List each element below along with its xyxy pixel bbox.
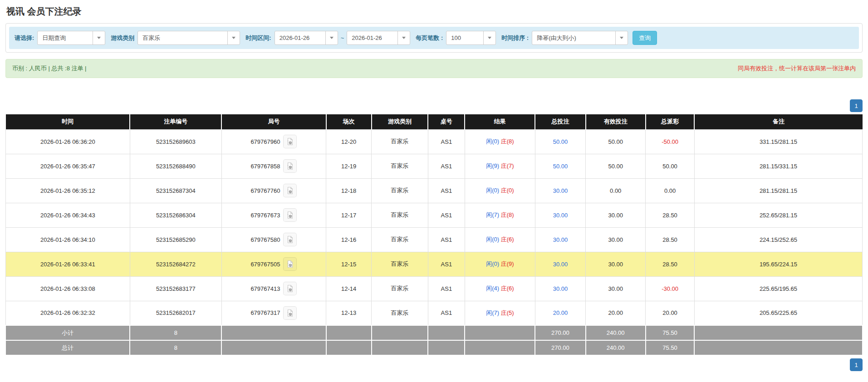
banker-result: 庄(6) bbox=[501, 236, 514, 243]
round-id-cell: 679767960 bbox=[221, 129, 326, 154]
total-bet-link[interactable]: 50.00 bbox=[553, 163, 568, 170]
sort-order-value: 降幂(由大到小) bbox=[532, 34, 615, 42]
result-cell: 闲(0) 庄(8) bbox=[465, 129, 535, 154]
valid-bet: 0.00 bbox=[586, 178, 646, 203]
video-replay-button[interactable] bbox=[283, 257, 297, 271]
date-to-select[interactable]: 2026-01-26 bbox=[347, 31, 410, 45]
round-id: 679767505 bbox=[250, 261, 280, 268]
remark: 252.65/281.15 bbox=[694, 203, 862, 227]
total-bet-link[interactable]: 20.00 bbox=[553, 309, 568, 316]
col-time: 时间 bbox=[6, 114, 130, 129]
result-cell: 闲(0) 庄(9) bbox=[465, 252, 535, 276]
round-id-cell: 679767858 bbox=[221, 154, 326, 178]
banker-result: 庄(7) bbox=[501, 162, 514, 169]
chevron-down-icon bbox=[227, 31, 240, 44]
valid-bet: 20.00 bbox=[586, 301, 646, 325]
player-result: 闲(0) bbox=[486, 260, 499, 267]
page-size-select[interactable]: 100 bbox=[446, 31, 496, 45]
total-payout: 75.50 bbox=[646, 340, 695, 355]
payout: 28.50 bbox=[646, 252, 695, 276]
remark: 225.65/195.65 bbox=[694, 276, 862, 301]
page-size-label: 每页笔数 : bbox=[416, 34, 443, 42]
player-result: 闲(9) bbox=[486, 162, 499, 169]
round-id-cell: 679767505 bbox=[221, 252, 326, 276]
bet-id: 523152686304 bbox=[130, 203, 221, 227]
col-result: 结果 bbox=[465, 114, 535, 129]
player-result: 闲(7) bbox=[486, 309, 499, 316]
round-id: 679767960 bbox=[250, 138, 280, 145]
result-cell: 闲(7) 庄(5) bbox=[465, 301, 535, 325]
valid-bet: 30.00 bbox=[586, 252, 646, 276]
bet-time: 2026-01-26 06:34:43 bbox=[6, 203, 130, 227]
page-1-button[interactable]: 1 bbox=[850, 99, 863, 112]
col-total-bet: 总投注 bbox=[535, 114, 585, 129]
total-bet-link[interactable]: 50.00 bbox=[553, 138, 568, 145]
subtotal-count: 8 bbox=[130, 325, 221, 340]
sort-order-select[interactable]: 降幂(由大到小) bbox=[532, 31, 628, 45]
page-1-button[interactable]: 1 bbox=[850, 358, 863, 371]
query-type-value: 日期查询 bbox=[38, 34, 93, 42]
banker-result: 庄(8) bbox=[501, 138, 514, 145]
table-no: AS1 bbox=[428, 252, 465, 276]
query-type-select[interactable]: 日期查询 bbox=[37, 31, 105, 45]
page-title: 视讯 会员下注纪录 bbox=[5, 4, 863, 23]
game-type-select[interactable]: 百家乐 bbox=[137, 31, 240, 45]
total-bet-link[interactable]: 30.00 bbox=[553, 261, 568, 268]
result-cell: 闲(0) 庄(0) bbox=[465, 178, 535, 203]
table-body: 2026-01-26 06:36:20 523152689603 6797679… bbox=[6, 129, 863, 325]
game-type: 百家乐 bbox=[372, 154, 428, 178]
total-row: 总计 8 270.00 240.00 75.50 bbox=[6, 340, 863, 355]
player-result: 闲(0) bbox=[486, 138, 499, 145]
bet-id: 523152685290 bbox=[130, 227, 221, 252]
player-result: 闲(0) bbox=[486, 236, 499, 243]
payout: -30.00 bbox=[646, 276, 695, 301]
bet-id: 523152689603 bbox=[130, 129, 221, 154]
total-bet-link[interactable]: 30.00 bbox=[553, 187, 568, 194]
valid-bet: 50.00 bbox=[586, 154, 646, 178]
round-id: 679767580 bbox=[250, 236, 280, 243]
video-replay-button[interactable] bbox=[283, 184, 297, 197]
bet-time: 2026-01-26 06:34:10 bbox=[6, 227, 130, 252]
total-bet-link[interactable]: 30.00 bbox=[553, 285, 568, 292]
round-id: 679767760 bbox=[250, 187, 280, 194]
bet-time: 2026-01-26 06:35:47 bbox=[6, 154, 130, 178]
banker-result: 庄(9) bbox=[501, 260, 514, 267]
bet-id: 523152684272 bbox=[130, 252, 221, 276]
video-replay-button[interactable] bbox=[283, 233, 297, 246]
payout-notice: 同局有效投注，统一计算在该局第一张注单内 bbox=[738, 64, 856, 73]
bet-time: 2026-01-26 06:33:41 bbox=[6, 252, 130, 276]
remark: 281.15/281.15 bbox=[694, 178, 862, 203]
total-bet-cell: 30.00 bbox=[535, 227, 585, 252]
total-bet-link[interactable]: 30.00 bbox=[553, 212, 568, 219]
video-icon bbox=[286, 284, 294, 293]
result-cell: 闲(0) 庄(6) bbox=[465, 227, 535, 252]
date-from-value: 2026-01-26 bbox=[275, 34, 325, 41]
video-replay-button[interactable] bbox=[283, 135, 297, 148]
table-no: AS1 bbox=[428, 154, 465, 178]
date-range-tilde: ~ bbox=[341, 34, 344, 41]
payout: 20.00 bbox=[646, 301, 695, 325]
bet-id: 523152682017 bbox=[130, 301, 221, 325]
table-footer: 小计 8 270.00 240.00 75.50 总计 8 270.00 240… bbox=[6, 325, 863, 355]
round-id-cell: 679767317 bbox=[221, 301, 326, 325]
col-round-id: 局号 bbox=[221, 114, 326, 129]
total-bet-link[interactable]: 30.00 bbox=[553, 236, 568, 243]
session: 12-14 bbox=[326, 276, 372, 301]
col-bet-id: 注单编号 bbox=[130, 114, 221, 129]
banker-result: 庄(0) bbox=[501, 187, 514, 194]
session: 12-17 bbox=[326, 203, 372, 227]
video-replay-button[interactable] bbox=[283, 306, 297, 320]
video-icon bbox=[286, 260, 294, 268]
date-from-select[interactable]: 2026-01-26 bbox=[275, 31, 338, 45]
payout: 28.50 bbox=[646, 227, 695, 252]
total-valid-bet: 240.00 bbox=[586, 340, 646, 355]
search-button[interactable]: 查询 bbox=[633, 31, 657, 45]
video-replay-button[interactable] bbox=[283, 282, 297, 295]
result-cell: 闲(7) 庄(8) bbox=[465, 203, 535, 227]
video-replay-button[interactable] bbox=[283, 208, 297, 222]
session: 12-16 bbox=[326, 227, 372, 252]
bet-id: 523152683177 bbox=[130, 276, 221, 301]
col-valid-bet: 有效投注 bbox=[586, 114, 646, 129]
pagination-bottom: 1 bbox=[5, 358, 863, 371]
video-replay-button[interactable] bbox=[283, 159, 297, 173]
